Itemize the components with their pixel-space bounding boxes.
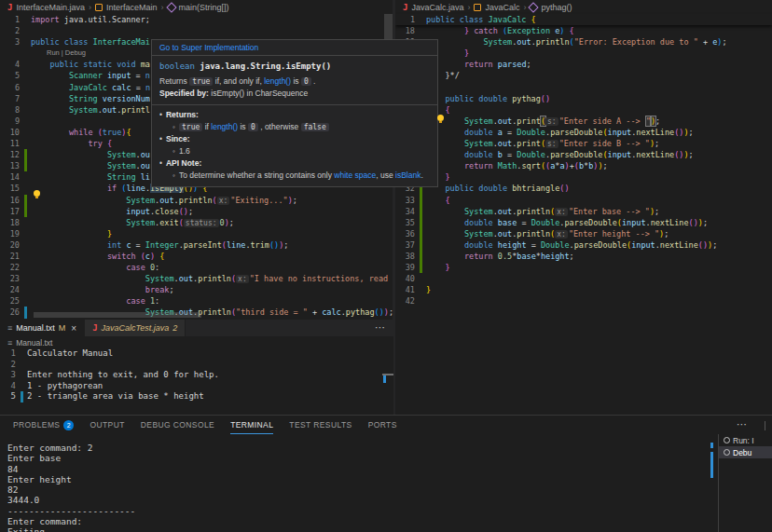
- line-number: 1: [0, 14, 24, 25]
- panel-tab-test-results[interactable]: TEST RESULTS: [289, 416, 352, 434]
- code-line[interactable]: 33 {: [395, 195, 772, 206]
- line-number: 5: [0, 70, 24, 81]
- editor-actions-more-icon[interactable]: ⋯: [375, 321, 386, 334]
- code-line[interactable]: 34 System.out.println(x:"Enter base --> …: [395, 206, 772, 217]
- panel-tab-problems[interactable]: PROBLEMS2: [13, 416, 74, 434]
- overview-ruler-modified-mark: [383, 375, 386, 383]
- gear-icon: [724, 449, 730, 456]
- breadcrumb-file[interactable]: Manual.txt: [16, 338, 52, 348]
- code-line[interactable]: 21 switch (c) {: [0, 251, 393, 262]
- go-to-super-implementation-link[interactable]: Go to Super Implementation: [152, 40, 437, 56]
- bottom-panel: PROBLEMS2OUTPUTDEBUG CONSOLETERMINALTEST…: [0, 415, 772, 532]
- doc-link[interactable]: isBlank: [395, 171, 420, 180]
- sticky-scroll-line[interactable]: 1public class JavaCalc {: [395, 14, 772, 25]
- panel-tab-terminal[interactable]: TERMINAL: [230, 416, 273, 434]
- line-number: 9: [0, 116, 24, 127]
- editor-javacalc[interactable]: J JavaCalc.java › JavaCalc › pythag() 1p…: [395, 0, 772, 415]
- code-line[interactable]: 3Enter nothing to exit, and 0 for help.: [0, 370, 393, 381]
- doc-link[interactable]: length(): [211, 122, 238, 131]
- code-line[interactable]: 28 System.out.print(s:"Enter side B --> …: [395, 138, 772, 149]
- java-file-icon: J: [92, 323, 97, 333]
- terminal-scrollbar-mark[interactable]: [710, 443, 713, 448]
- breadcrumb-file[interactable]: JavaCalc.java: [411, 3, 463, 12]
- line-number: 11: [0, 138, 24, 149]
- code-line[interactable]: 37 double height = Double.parseDouble(in…: [395, 239, 772, 251]
- hover-tooltip: Go to Super Implementation boolean java.…: [151, 39, 438, 187]
- quickfix-lightbulb-icon[interactable]: [437, 115, 444, 121]
- code-line[interactable]: 23: [395, 82, 772, 93]
- code-line[interactable]: 36 System.out.println(x:"Enter height --…: [395, 228, 772, 239]
- code-line[interactable]: 30 return Math.sqrt((a*a)+(b*b));: [395, 160, 772, 171]
- code-line[interactable]: 20 int c = Integer.parseInt(line.trim())…: [0, 239, 393, 251]
- code-line[interactable]: 16 System.out.println(x:"Exiting...");: [0, 195, 393, 206]
- terminal-list-item[interactable]: Run: I: [719, 434, 772, 446]
- problems-count-badge: 2: [63, 420, 74, 430]
- code-line[interactable]: 25 case 1:: [0, 295, 393, 307]
- code-line[interactable]: 40: [395, 273, 772, 284]
- line-number: 20: [0, 239, 24, 251]
- code-line[interactable]: 41 - pythagorean: [0, 381, 393, 392]
- code-line[interactable]: 27 double a = Double.parseDouble(input.n…: [395, 127, 772, 138]
- code-line[interactable]: 17 input.close();: [0, 206, 393, 217]
- code-line[interactable]: 2: [0, 360, 393, 371]
- code-line[interactable]: 22 }*/: [395, 70, 772, 81]
- line-number: 2: [0, 25, 24, 36]
- code-line[interactable]: 29 double b = Double.parseDouble(input.n…: [395, 149, 772, 160]
- horizontal-scrollbar-thumb[interactable]: [34, 312, 201, 318]
- code-line[interactable]: 35 double base = Double.parseDouble(inpu…: [395, 217, 772, 228]
- java-file-icon: J: [7, 3, 12, 12]
- code-line[interactable]: 19 }: [0, 228, 393, 239]
- breadcrumb-file[interactable]: InterfaceMain.java: [16, 3, 85, 12]
- line-number: 24: [0, 284, 24, 295]
- chevron-right-icon: ›: [161, 3, 164, 12]
- code-line[interactable]: 39 }: [395, 262, 772, 273]
- code-line[interactable]: 31 }: [395, 171, 772, 183]
- close-icon[interactable]: ×: [71, 323, 76, 334]
- code-line[interactable]: 32 public double bhtriangle(): [395, 183, 772, 194]
- doc-link[interactable]: length(): [264, 76, 291, 86]
- breadcrumb-class[interactable]: InterfaceMain: [106, 3, 158, 12]
- code-line[interactable]: 21 return parsed;: [395, 59, 772, 70]
- tab-bar: ≡ Manual.txt M × J JavaCalcTest.java 2 ⋯: [0, 320, 393, 336]
- code-line[interactable]: 20 }: [395, 48, 772, 59]
- code-area-javacalc[interactable]: 18 } catch (Exception e) {19 System.out.…: [395, 25, 772, 307]
- doc-link[interactable]: white space: [334, 171, 376, 180]
- code-line[interactable]: 2: [0, 25, 393, 36]
- terminal-line: 3444.0: [7, 495, 705, 505]
- line-number: 13: [0, 160, 24, 171]
- tab-javacalctest-java[interactable]: J JavaCalcTest.java 2: [85, 320, 186, 336]
- code-line[interactable]: 41}: [395, 284, 772, 295]
- quickfix-lightbulb-icon[interactable]: [34, 190, 40, 197]
- code-line[interactable]: 42: [395, 295, 772, 307]
- line-number: 18: [395, 25, 420, 36]
- terminal-list-item[interactable]: Debu: [719, 446, 772, 458]
- breadcrumb-method[interactable]: main(String[]): [179, 3, 229, 12]
- panel-tab-output[interactable]: OUTPUT: [90, 416, 124, 434]
- code-line[interactable]: 24 public double pythag(): [395, 93, 772, 104]
- code-line[interactable]: 18 System.exit(status:0);: [0, 217, 393, 228]
- code-line[interactable]: 25 {: [395, 104, 772, 116]
- code-line[interactable]: 1Calculator Manual: [0, 348, 393, 360]
- code-line[interactable]: 52 - triangle area via base * height: [0, 391, 393, 402]
- breadcrumb-class[interactable]: JavaCalc: [485, 3, 519, 12]
- code-line[interactable]: 1public class JavaCalc {: [395, 14, 772, 25]
- code-line[interactable]: 19 System.out.println("Error: Exception …: [395, 36, 772, 48]
- code-line[interactable]: 1import java.util.Scanner;: [0, 14, 393, 25]
- code-line[interactable]: 23 System.out.println(x:"I have no instr…: [0, 273, 393, 284]
- code-line[interactable]: 18 } catch (Exception e) {: [395, 25, 772, 36]
- code-line[interactable]: 24 break;: [0, 284, 393, 295]
- panel-actions-more-icon[interactable]: ⋯: [737, 418, 748, 430]
- code-area-manual-txt[interactable]: 1Calculator Manual23Enter nothing to exi…: [0, 348, 393, 402]
- list-bullet: •: [159, 110, 162, 119]
- code-line[interactable]: 22 case 0:: [0, 262, 393, 273]
- code-line[interactable]: 38 return 0.5*base*height;: [395, 251, 772, 262]
- line-number: 17: [0, 206, 24, 217]
- panel-tab-ports[interactable]: PORTS: [368, 416, 397, 434]
- text-file-icon: ≡: [7, 323, 12, 333]
- terminal-scrollbar-thumb[interactable]: [710, 452, 713, 478]
- breadcrumb-method[interactable]: pythag(): [541, 3, 572, 12]
- code-line[interactable]: 26 System.out.print(s:"Enter side A --> …: [395, 116, 772, 127]
- tab-manual-txt[interactable]: ≡ Manual.txt M ×: [0, 320, 85, 336]
- panel-tab-debug-console[interactable]: DEBUG CONSOLE: [141, 416, 214, 434]
- terminal-output[interactable]: Enter command: 2Enter base84Enter height…: [7, 443, 705, 532]
